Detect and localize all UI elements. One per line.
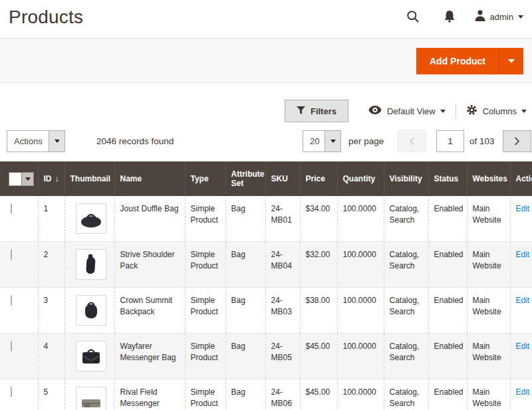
table-row: 2 Strive Shoulder Pack Simple Product Ba… bbox=[0, 242, 532, 288]
cell-websites: Main Website bbox=[467, 334, 510, 379]
column-header-name[interactable]: Name bbox=[114, 161, 185, 196]
cell-type: Simple Product bbox=[185, 242, 225, 288]
cell-attribute-set: Bag bbox=[225, 334, 265, 379]
cell-quantity: 100.0000 bbox=[337, 288, 384, 334]
per-page-select[interactable]: 20 bbox=[303, 130, 341, 152]
cell-quantity: 100.0000 bbox=[337, 196, 384, 242]
cell-quantity: 100.0000 bbox=[337, 242, 384, 288]
per-page-label: per page bbox=[348, 130, 384, 152]
table-row: 3 Crown Summit Backpack Simple Product B… bbox=[0, 288, 532, 334]
select-all-dropdown-toggle[interactable] bbox=[22, 172, 34, 186]
select-dropdown-toggle[interactable] bbox=[325, 131, 340, 152]
select-dropdown-toggle[interactable] bbox=[49, 131, 65, 152]
chevron-down-icon bbox=[521, 110, 527, 113]
row-checkbox[interactable] bbox=[11, 387, 12, 397]
cell-price: $38.00 bbox=[300, 288, 337, 334]
cell-name: Rival Field Messenger bbox=[114, 379, 185, 410]
cell-price: $34.00 bbox=[300, 196, 337, 242]
cell-name: Strive Shoulder Pack bbox=[114, 242, 185, 288]
previous-page-button[interactable] bbox=[398, 130, 426, 152]
cell-id: 4 bbox=[38, 334, 65, 379]
product-thumbnail bbox=[76, 341, 106, 371]
edit-link[interactable]: Edit bbox=[516, 387, 530, 397]
cell-sku: 24-MB01 bbox=[265, 196, 300, 242]
column-header-sku[interactable]: SKU bbox=[265, 161, 300, 196]
search-icon[interactable] bbox=[406, 10, 420, 23]
row-checkbox[interactable] bbox=[11, 341, 12, 352]
column-header-thumbnail[interactable]: Thumbnail bbox=[65, 161, 114, 196]
header-select-all bbox=[0, 161, 38, 196]
cell-websites: Main Website bbox=[467, 379, 510, 410]
column-header-price[interactable]: Price bbox=[300, 161, 337, 196]
account-username: admin bbox=[490, 12, 513, 22]
row-checkbox[interactable] bbox=[11, 249, 12, 260]
grid-actions-row: Actions 2046 records found 20 per page o… bbox=[0, 130, 532, 152]
select-all-checkbox[interactable] bbox=[9, 172, 22, 186]
cell-status: Enabled bbox=[428, 334, 467, 379]
filters-label: Filters bbox=[311, 106, 336, 116]
cell-visibility: Catalog, Search bbox=[384, 196, 428, 242]
chevron-down-icon bbox=[55, 140, 60, 143]
cell-status: Enabled bbox=[428, 379, 467, 410]
column-header-attribute-set[interactable]: Attribute Set bbox=[225, 161, 265, 196]
user-icon bbox=[474, 9, 486, 24]
mass-actions-label: Actions bbox=[7, 131, 49, 152]
cell-sku: 24-MB06 bbox=[265, 379, 300, 410]
select-all-control bbox=[9, 172, 34, 186]
edit-link[interactable]: Edit bbox=[516, 296, 530, 305]
row-checkbox[interactable] bbox=[11, 295, 12, 306]
mass-actions-select[interactable]: Actions bbox=[7, 130, 65, 152]
vertical-divider bbox=[456, 104, 456, 118]
products-grid: ID↓ Thumbnail Name Type Attribute Set SK… bbox=[0, 161, 532, 410]
columns-selector[interactable]: Columns bbox=[466, 104, 527, 118]
cell-sku: 24-MB05 bbox=[265, 334, 300, 379]
account-menu[interactable]: admin bbox=[474, 9, 523, 24]
table-row: 4 Wayfarer Messenger Bag Simple Product … bbox=[0, 334, 532, 379]
eye-icon bbox=[368, 105, 382, 117]
notifications-bell-icon[interactable] bbox=[444, 10, 456, 23]
cell-status: Enabled bbox=[428, 196, 467, 242]
row-checkbox[interactable] bbox=[11, 203, 12, 214]
cell-visibility: Catalog, Search bbox=[384, 334, 428, 379]
column-header-visibility[interactable]: Visibility bbox=[384, 161, 428, 196]
table-row: 5 Rival Field Messenger Simple Product B… bbox=[0, 379, 532, 410]
next-page-button[interactable] bbox=[503, 130, 531, 152]
column-header-type[interactable]: Type bbox=[185, 161, 225, 196]
total-pages-text: of 103 bbox=[469, 130, 495, 152]
column-header-id[interactable]: ID↓ bbox=[38, 161, 65, 196]
cell-status: Enabled bbox=[428, 288, 467, 334]
cell-visibility: Catalog, Search bbox=[384, 379, 428, 410]
gear-icon bbox=[466, 104, 477, 118]
cell-attribute-set: Bag bbox=[225, 242, 265, 288]
cell-attribute-set: Bag bbox=[225, 196, 265, 242]
cell-name: Wayfarer Messenger Bag bbox=[114, 334, 185, 379]
grid-header-row: ID↓ Thumbnail Name Type Attribute Set SK… bbox=[0, 161, 532, 196]
edit-link[interactable]: Edit bbox=[516, 342, 530, 351]
column-header-websites[interactable]: Websites bbox=[467, 161, 510, 196]
chevron-down-icon bbox=[331, 140, 336, 143]
add-product-button[interactable]: Add Product bbox=[416, 48, 499, 74]
chevron-down-icon bbox=[518, 15, 523, 19]
column-header-actions[interactable]: Actions bbox=[510, 161, 532, 196]
cell-price: $32.00 bbox=[300, 242, 337, 288]
cell-websites: Main Website bbox=[467, 288, 510, 334]
edit-link[interactable]: Edit bbox=[516, 204, 530, 213]
cell-visibility: Catalog, Search bbox=[384, 288, 428, 334]
add-product-dropdown-toggle[interactable] bbox=[499, 48, 523, 74]
page-header: Products admin bbox=[0, 0, 532, 38]
cell-sku: 24-MB04 bbox=[265, 242, 300, 288]
view-selector[interactable]: Default View bbox=[368, 105, 446, 117]
column-header-status[interactable]: Status bbox=[428, 161, 467, 196]
cell-type: Simple Product bbox=[185, 288, 225, 334]
cell-price: $45.00 bbox=[300, 379, 337, 410]
filters-button[interactable]: Filters bbox=[285, 100, 348, 122]
cell-quantity: 100.0000 bbox=[337, 379, 384, 410]
edit-link[interactable]: Edit bbox=[516, 250, 530, 259]
per-page-value: 20 bbox=[303, 131, 325, 152]
cell-attribute-set: Bag bbox=[225, 288, 265, 334]
cell-id: 2 bbox=[38, 242, 65, 288]
grid-controls: Filters Default View Columns bbox=[285, 100, 527, 122]
column-header-quantity[interactable]: Quantity bbox=[337, 161, 384, 196]
page-number-input[interactable] bbox=[436, 130, 464, 152]
sort-descending-icon: ↓ bbox=[55, 174, 59, 183]
